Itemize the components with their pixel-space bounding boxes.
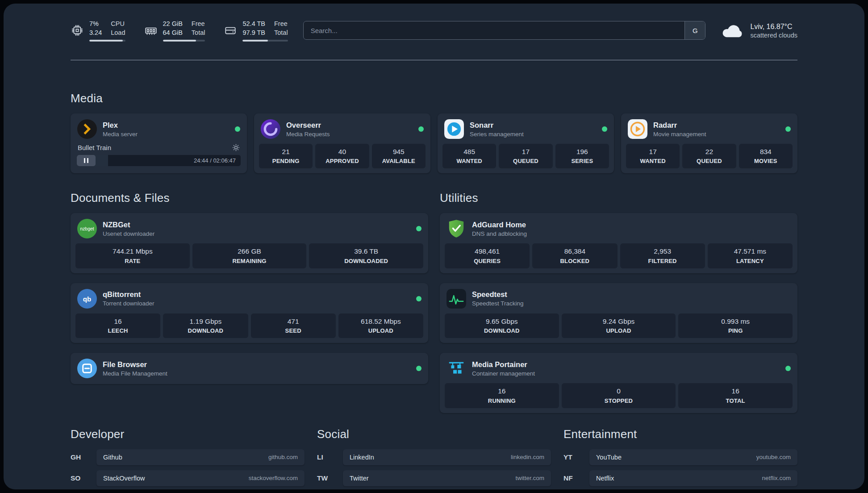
bookmark-linkedin[interactable]: LinkedIn linkedin.com (343, 449, 551, 465)
stat-latency: 47.571 ms LATENCY (708, 243, 793, 268)
service-card-qbittorrent: qb qBittorrent Torrent downloader 16 LEE… (71, 283, 428, 343)
bookmark-stackoverflow[interactable]: StackOverflow stackoverflow.com (96, 470, 305, 486)
stat-label: QUERIES (447, 258, 528, 264)
search-input[interactable] (303, 21, 706, 40)
status-dot (785, 126, 791, 132)
stat-seed: 471 SEED (251, 313, 336, 338)
stat-value: 196 (557, 147, 607, 156)
plex-now-playing-widget: Bullet Train 24:44 / 02:06:47 (75, 144, 242, 166)
qbittorrent-service-link[interactable]: qb qBittorrent Torrent downloader (75, 288, 423, 313)
nzbget-service-link[interactable]: nzbget NZBGet Usenet downloader (75, 218, 423, 243)
stat-value: 485 (444, 147, 494, 156)
stat-value: 16 (447, 387, 557, 395)
divider (71, 60, 797, 60)
stat-downloaded: 39.6 TB DOWNLOADED (309, 243, 423, 268)
sonarr-service-link[interactable]: Sonarr Series management (442, 118, 609, 144)
stat-wanted: 17 WANTED (626, 144, 680, 168)
speedtest-icon (447, 289, 466, 309)
stat-label: WANTED (628, 158, 678, 164)
stat-label: FILTERED (622, 258, 703, 264)
stat-value: 834 (741, 147, 791, 156)
stat-label: DOWNLOADED (311, 258, 421, 264)
service-card-sonarr: Sonarr Series management 485 WANTED 17 Q… (438, 113, 614, 173)
weather-condition: scattered clouds (750, 32, 797, 39)
stat-upload: 618.52 Mbps UPLOAD (338, 313, 423, 338)
bookmark-name: LinkedIn (350, 454, 374, 461)
gear-icon[interactable] (232, 144, 240, 151)
topbar: 7% 3.24 CPU Load (71, 19, 797, 42)
section-title-utilities: Utilities (440, 191, 797, 205)
bookmark-youtube[interactable]: YouTube youtube.com (589, 449, 797, 465)
memory-total-label: Total (192, 28, 205, 37)
bookmark-twitter[interactable]: Twitter twitter.com (343, 470, 551, 486)
status-dot (416, 366, 421, 371)
bookmark-netflix[interactable]: Netflix netflix.com (589, 470, 797, 486)
section-documents: Documents & Files nzbget NZBGet Usenet d… (71, 191, 428, 413)
overseerr-service-link[interactable]: Overseerr Media Requests (259, 118, 426, 144)
stat-value: 1.19 Gbps (165, 317, 246, 326)
bookmark-url: twitter.com (515, 475, 544, 481)
service-description: Media File Management (103, 370, 167, 377)
adguard-service-link[interactable]: AdGuard Home DNS and adblocking (445, 218, 793, 243)
disk-progress-bar (242, 40, 288, 42)
sonarr-icon (444, 119, 464, 139)
bookmark-url: linkedin.com (511, 454, 544, 460)
cpu-icon (71, 24, 84, 37)
disk-free-value: 52.4 TB (242, 19, 265, 28)
status-dot (416, 226, 421, 231)
memory-free-label: Free (192, 19, 205, 28)
bookmark-url: stackoverflow.com (249, 475, 298, 481)
status-dot (602, 126, 607, 132)
bookmark-abbr: LI (317, 453, 337, 461)
bookmark-row: YT YouTube youtube.com (563, 449, 797, 465)
stat-series: 196 SERIES (555, 144, 609, 168)
stat-download: 1.19 Gbps DOWNLOAD (163, 313, 248, 338)
cpu-progress-bar (89, 40, 125, 42)
stat-label: STOPPED (563, 397, 674, 404)
stat-value: 2,953 (622, 247, 703, 255)
service-card-overseerr: Overseerr Media Requests 21 PENDING 40 A… (254, 113, 430, 173)
stat-label: DOWNLOAD (447, 327, 557, 334)
bookmark-row: GH Github github.com (71, 449, 305, 465)
player-progress-bar[interactable]: 24:44 / 02:06:47 (77, 155, 241, 166)
filebrowser-service-link[interactable]: File Browser Media File Management (75, 358, 423, 379)
stat-label: LEECH (77, 327, 159, 334)
bookmark-github[interactable]: Github github.com (96, 449, 305, 465)
service-name: Sonarr (470, 121, 524, 130)
stat-value: 9.65 Gbps (447, 317, 557, 326)
stat-value: 17 (501, 147, 551, 156)
stat-label: APPROVED (317, 158, 367, 164)
disk-icon (224, 24, 237, 37)
service-description: Media server (103, 131, 138, 138)
service-description: Container management (472, 370, 535, 377)
plex-service-link[interactable]: Plex Media server (75, 118, 242, 144)
search-provider-button[interactable]: G (684, 21, 705, 39)
player-time: 24:44 / 02:06:47 (194, 157, 241, 164)
bookmark-group-developer: Developer GH Github github.com SO StackO… (71, 427, 305, 490)
stat-value: 9.24 Gbps (563, 317, 674, 326)
service-description: Series management (470, 131, 524, 138)
stat-label: LATENCY (709, 258, 791, 264)
portainer-service-link[interactable]: Media Portainer Container management (445, 358, 793, 383)
radarr-service-link[interactable]: Radarr Movie management (626, 118, 793, 144)
nzbget-icon: nzbget (77, 219, 97, 238)
svg-text:qb: qb (83, 295, 91, 303)
service-card-filebrowser: File Browser Media File Management (71, 353, 428, 384)
stat-value: 86,384 (534, 247, 615, 255)
speedtest-service-link[interactable]: Speedtest Speedtest Tracking (445, 288, 793, 313)
service-name: AdGuard Home (472, 221, 527, 229)
service-card-adguard: AdGuard Home DNS and adblocking 498,461 … (440, 213, 797, 273)
stat-label: TOTAL (680, 397, 791, 404)
status-dot (785, 366, 791, 371)
stat-rate: 744.21 Mbps RATE (75, 243, 190, 268)
stat-label: QUEUED (501, 158, 551, 164)
pause-button[interactable] (77, 155, 96, 166)
bookmark-row: SO StackOverflow stackoverflow.com (71, 470, 305, 486)
bookmark-abbr: YT (563, 453, 583, 461)
stat-label: REMAINING (194, 258, 305, 264)
stat-available: 945 AVAILABLE (372, 144, 426, 168)
stat-value: 0.993 ms (680, 317, 791, 326)
plex-icon (77, 119, 97, 139)
stat-value: 39.6 TB (311, 247, 421, 255)
section-title-entertainment: Entertainment (563, 427, 797, 441)
